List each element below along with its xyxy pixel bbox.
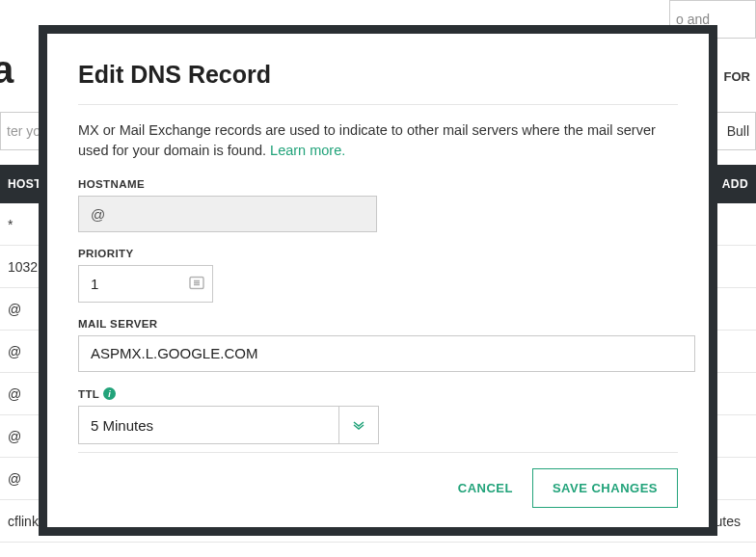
priority-label: PRIORITY <box>78 248 678 259</box>
edit-dns-modal: Edit DNS Record MX or Mail Exchange reco… <box>39 25 717 536</box>
ttl-select[interactable]: 5 Minutes <box>78 406 338 444</box>
hostname-field: @ <box>78 196 377 232</box>
info-icon[interactable]: i <box>103 387 116 400</box>
priority-input[interactable] <box>91 266 201 301</box>
description-text: MX or Mail Exchange records are used to … <box>78 122 656 158</box>
hostname-value: @ <box>91 206 105 223</box>
mailserver-label: MAIL SERVER <box>78 318 678 330</box>
modal-description: MX or Mail Exchange records are used to … <box>78 120 678 161</box>
ttl-label: TTL i <box>78 387 678 400</box>
priority-field-wrapper <box>78 265 213 302</box>
chevron-down-icon <box>352 420 365 430</box>
ttl-row: 5 Minutes <box>78 406 678 444</box>
divider <box>78 104 678 105</box>
ttl-value: 5 Minutes <box>91 417 153 434</box>
stepper-icon[interactable] <box>189 276 204 292</box>
mailserver-input[interactable] <box>78 335 695 372</box>
cancel-button[interactable]: CANCEL <box>456 471 515 505</box>
ttl-dropdown-button[interactable] <box>338 406 379 444</box>
modal-overlay: Edit DNS Record MX or Mail Exchange reco… <box>0 0 756 557</box>
learn-more-link[interactable]: Learn more. <box>270 143 345 158</box>
save-changes-button[interactable]: SAVE CHANGES <box>532 468 678 508</box>
hostname-label: HOSTNAME <box>78 178 678 190</box>
modal-title: Edit DNS Record <box>78 61 678 89</box>
modal-footer: CANCEL SAVE CHANGES <box>78 452 678 508</box>
ttl-label-text: TTL <box>78 388 99 400</box>
